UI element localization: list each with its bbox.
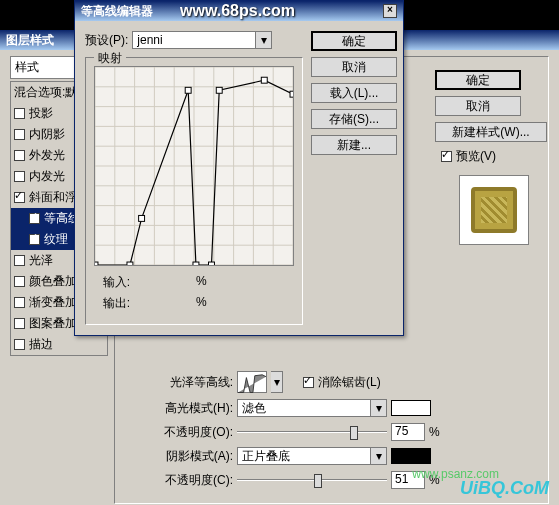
style-item-label: 内发光	[29, 168, 65, 185]
anti-alias-checkbox[interactable]	[303, 377, 314, 388]
style-item-label: 描边	[29, 336, 53, 353]
gloss-contour-label: 光泽等高线:	[123, 374, 233, 391]
preset-label: 预设(P):	[85, 32, 128, 49]
highlight-opacity-slider[interactable]	[237, 424, 387, 440]
style-checkbox[interactable]	[14, 318, 25, 329]
svg-rect-28	[216, 87, 222, 93]
contour-cancel-button[interactable]: 取消	[311, 57, 397, 77]
highlight-mode-select[interactable]: 滤色▾	[237, 399, 387, 417]
highlight-opacity-field[interactable]: 75	[391, 423, 425, 441]
style-checkbox[interactable]	[14, 297, 25, 308]
chevron-down-icon: ▾	[370, 448, 386, 464]
style-checkbox[interactable]	[14, 171, 25, 182]
contour-thumbnail[interactable]	[237, 371, 267, 393]
contour-save-button[interactable]: 存储(S)...	[311, 109, 397, 129]
svg-rect-26	[193, 262, 199, 265]
highlight-mode-label: 高光模式(H):	[123, 400, 233, 417]
contour-load-button[interactable]: 载入(L)...	[311, 83, 397, 103]
cancel-button[interactable]: 取消	[435, 96, 521, 116]
percent-label: %	[429, 425, 440, 439]
highlight-color-swatch[interactable]	[391, 400, 431, 416]
svg-rect-23	[127, 262, 133, 265]
style-checkbox[interactable]	[29, 213, 40, 224]
contour-new-button[interactable]: 新建...	[311, 135, 397, 155]
highlight-opacity-label: 不透明度(O):	[123, 424, 233, 441]
percent-label: %	[196, 295, 207, 312]
anti-alias-label: 消除锯齿(L)	[318, 374, 381, 391]
watermark-top: www.68ps.com	[180, 2, 295, 20]
style-item-label: 颜色叠加	[29, 273, 77, 290]
style-item-描边[interactable]: 描边	[11, 334, 107, 355]
percent-label: %	[196, 274, 207, 291]
style-item-label: 图案叠加	[29, 315, 77, 332]
style-item-label: 投影	[29, 105, 53, 122]
shadow-opacity-slider[interactable]	[237, 472, 387, 488]
close-icon[interactable]: ×	[383, 4, 397, 18]
style-checkbox[interactable]	[14, 255, 25, 266]
shadow-mode-select[interactable]: 正片叠底▾	[237, 447, 387, 465]
style-item-label: 外发光	[29, 147, 65, 164]
chevron-down-icon: ▾	[255, 32, 271, 48]
style-checkbox[interactable]	[29, 234, 40, 245]
shadow-color-swatch[interactable]	[391, 448, 431, 464]
preview-swatch	[459, 175, 529, 245]
preview-label: 预览(V)	[456, 148, 496, 165]
svg-rect-24	[139, 215, 145, 221]
style-checkbox[interactable]	[14, 276, 25, 287]
preview-checkbox[interactable]	[441, 151, 452, 162]
style-item-label: 内阴影	[29, 126, 65, 143]
style-checkbox[interactable]	[14, 129, 25, 140]
chevron-down-icon: ▾	[370, 400, 386, 416]
shadow-mode-label: 阴影模式(A):	[123, 448, 233, 465]
new-style-button[interactable]: 新建样式(W)...	[435, 122, 547, 142]
contour-dropdown-button[interactable]: ▾	[271, 371, 283, 393]
contour-editor-dialog: 等高线编辑器 × 预设(P): jenni▾ 映射 输入:% 输出:% 确定 取…	[74, 0, 404, 336]
input-label: 输入:	[94, 274, 130, 291]
svg-rect-22	[95, 262, 98, 265]
style-checkbox[interactable]	[14, 150, 25, 161]
contour-curve-editor[interactable]	[94, 66, 294, 266]
style-checkbox[interactable]	[14, 339, 25, 350]
style-item-label: 渐变叠加	[29, 294, 77, 311]
svg-rect-30	[290, 91, 293, 97]
style-checkbox[interactable]	[14, 108, 25, 119]
ok-button[interactable]: 确定	[435, 70, 521, 90]
style-item-label: 光泽	[29, 252, 53, 269]
style-item-label: 纹理	[44, 231, 68, 248]
contour-ok-button[interactable]: 确定	[311, 31, 397, 51]
output-label: 输出:	[94, 295, 130, 312]
mapping-fieldset: 映射 输入:% 输出:%	[85, 57, 303, 325]
right-buttons-panel: 确定 取消 新建样式(W)... 预览(V)	[435, 66, 553, 245]
svg-rect-29	[261, 77, 267, 83]
watermark-bottom: UiBQ.CoM	[460, 478, 549, 499]
svg-rect-25	[185, 87, 191, 93]
style-checkbox[interactable]	[14, 192, 25, 203]
svg-rect-27	[209, 262, 215, 265]
shadow-opacity-label: 不透明度(C):	[123, 472, 233, 489]
contour-editor-buttons: 确定 取消 载入(L)... 存储(S)... 新建...	[311, 31, 397, 325]
preset-select[interactable]: jenni▾	[132, 31, 272, 49]
mapping-legend: 映射	[94, 50, 126, 67]
